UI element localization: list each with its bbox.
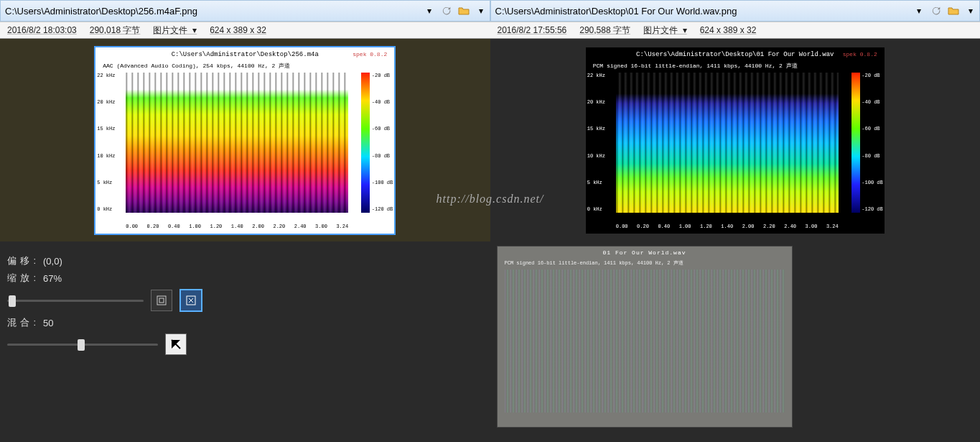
dropdown-icon[interactable]: ▾ (911, 3, 927, 19)
colorbar-labels: -20 dB-40 dB-60 dB-80 dB-100 dB-120 dB (862, 73, 882, 213)
reload-icon[interactable] (928, 3, 944, 19)
diff-subtitle: PCM signed 16-bit little-endian, 1411 kb… (505, 259, 683, 267)
dropdown-icon[interactable]: ▾ (473, 3, 489, 19)
left-image-panel[interactable]: C:\Users\Administrator\Desktop\256.m4a s… (0, 39, 490, 241)
left-path-input[interactable] (1, 4, 421, 18)
blend-slider-row (7, 333, 345, 355)
blend-value: 50 (43, 318, 53, 328)
left-type[interactable]: 图片文件 ▾ (153, 24, 197, 37)
blend-row: 混合: 50 (7, 316, 345, 329)
spek-tag: spek 0.8.2 (843, 51, 877, 57)
right-spectrogram: C:\Users\Administrator\Desktop\01 For Ou… (586, 47, 885, 234)
right-size: 290,588 字节 (579, 24, 630, 37)
right-path-input[interactable] (491, 4, 911, 18)
bottom-panel: 偏移: (0,0) 缩放: 67% 混合: 50 01 For Our Worl… (0, 241, 980, 442)
zoom-slider-row (7, 289, 345, 312)
folder-open-icon[interactable] (946, 3, 961, 19)
left-size: 290,018 字节 (90, 24, 141, 37)
right-dims: 624 x 389 x 32 (700, 25, 757, 35)
left-spectrogram: C:\Users\Administrator\Desktop\256.m4a s… (94, 46, 396, 235)
watermark: http://blog.csdn.net/ (437, 193, 544, 206)
diff-noise (505, 270, 785, 413)
zoom-slider[interactable] (7, 293, 144, 308)
svg-rect-0 (157, 296, 166, 305)
spectrogram-heatmap (126, 73, 348, 213)
controls-panel: 偏移: (0,0) 缩放: 67% 混合: 50 (0, 241, 352, 442)
y-axis: 22 kHz20 kHz15 kHz10 kHz5 kHz0 kHz (587, 73, 615, 213)
diff-image[interactable]: 01 For Our World.wav PCM signed 16-bit l… (497, 246, 793, 428)
actual-size-button[interactable] (179, 289, 202, 312)
blend-slider[interactable] (7, 337, 158, 351)
diff-title: 01 For Our World.wav (498, 249, 792, 256)
spec-subtitle: AAC (Advanced Audio Coding), 254 kbps, 4… (103, 62, 290, 70)
path-bar-row: ▾ ▾ ▾ ▾ (0, 0, 980, 22)
offset-row: 偏移: (0,0) (7, 254, 345, 267)
left-dims: 624 x 389 x 32 (210, 25, 266, 35)
reload-icon[interactable] (439, 3, 454, 19)
y-axis: 22 kHz20 kHz15 kHz10 kHz5 kHz0 kHz (97, 73, 124, 213)
svg-rect-1 (159, 298, 164, 303)
offset-value: (0,0) (43, 256, 62, 267)
right-path-box: ▾ ▾ (490, 0, 981, 22)
zoom-row: 缩放: 67% (7, 272, 345, 285)
x-axis: 0.000.200.401.001.201.402.002.202.403.00… (616, 224, 839, 229)
fit-window-button[interactable] (151, 290, 172, 311)
dropdown-icon[interactable]: ▾ (421, 3, 437, 19)
right-image-panel[interactable]: C:\Users\Administrator\Desktop\01 For Ou… (490, 39, 981, 241)
spec-title: C:\Users\Administrator\Desktop\01 For Ou… (586, 51, 885, 58)
left-metadata: 2016/8/2 18:03:03 290,018 字节 图片文件 ▾ 624 … (0, 22, 490, 38)
right-metadata: 2016/8/2 17:55:56 290,588 字节 图片文件 ▾ 624 … (490, 22, 981, 38)
spectrogram-heatmap (616, 73, 839, 213)
diff-panel-wrap: 01 For Our World.wav PCM signed 16-bit l… (352, 241, 937, 442)
colorbar-labels: -20 dB-40 dB-60 dB-80 dB-100 dB-120 dB (372, 73, 393, 213)
spek-tag: spek 0.8.2 (353, 51, 387, 57)
spec-title: C:\Users\Administrator\Desktop\256.m4a (95, 51, 394, 58)
diff-mode-button[interactable] (165, 333, 187, 355)
right-type[interactable]: 图片文件 ▾ (643, 24, 687, 37)
left-date: 2016/8/2 18:03:03 (7, 25, 77, 35)
x-axis: 0.000.200.401.001.201.402.002.202.403.00… (126, 224, 348, 229)
zoom-value: 67% (43, 273, 62, 284)
blend-label: 混合: (7, 316, 36, 329)
bottom-spacer (937, 241, 980, 442)
compare-area: C:\Users\Administrator\Desktop\256.m4a s… (0, 39, 980, 241)
colorbar (361, 73, 370, 213)
folder-open-icon[interactable] (456, 3, 472, 19)
right-date: 2016/8/2 17:55:56 (498, 25, 567, 35)
colorbar (851, 73, 860, 213)
zoom-label: 缩放: (7, 272, 36, 285)
offset-label: 偏移: (7, 254, 36, 267)
dropdown-icon[interactable]: ▾ (963, 3, 979, 19)
left-path-box: ▾ ▾ (0, 0, 490, 22)
metadata-row: 2016/8/2 18:03:03 290,018 字节 图片文件 ▾ 624 … (0, 22, 980, 39)
spec-subtitle: PCM signed 16-bit little-endian, 1411 kb… (593, 62, 798, 70)
